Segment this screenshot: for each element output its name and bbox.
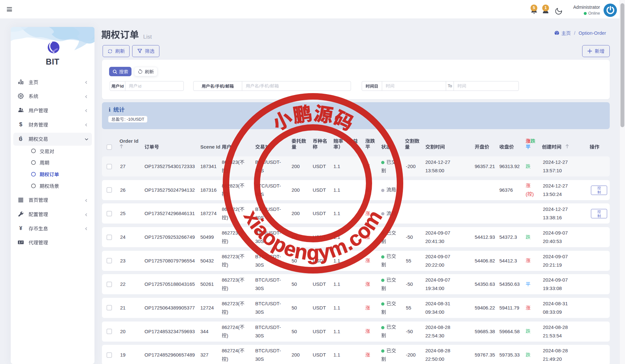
svg-text:¥: ¥ — [19, 225, 22, 231]
svg-text:$: $ — [19, 122, 22, 127]
